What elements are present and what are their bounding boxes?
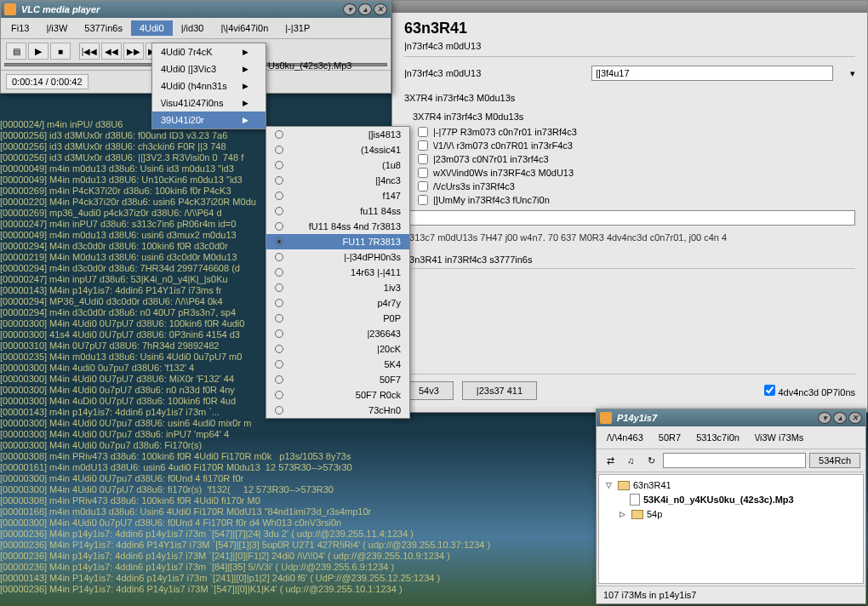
maximize-icon[interactable]: ▴ <box>358 3 372 15</box>
eq-preset-item[interactable]: |-|34dPH0n3s <box>266 249 409 265</box>
menu-i3w[interactable]: |/i3W <box>37 20 76 36</box>
menu-id30[interactable]: |/id30 <box>173 20 213 36</box>
submenu-item[interactable]: \/isu41i247i0ns▶ <box>152 94 266 111</box>
playlist-status: 107 i73Ms in p14y1is7 <box>597 586 865 603</box>
playlist-tree[interactable]: ▽ 63n3R41 53K4i_n0_y4KUs0ku_(42s3c).Mp3 … <box>598 474 864 584</box>
playlist-menu-item[interactable]: 50R7 <box>652 430 688 445</box>
eq-preset-item[interactable]: FU11 7R3813 <box>266 234 409 249</box>
vlc-title: VLC media player <box>21 4 100 14</box>
module-checkbox[interactable]: |23m073 c0N7r01 in73rf4c3 <box>404 152 855 166</box>
module-checkbox[interactable]: wX\/\/ind0Ws in73RF4c3 M0dU13 <box>404 166 855 180</box>
settings-subheading: |n73rf4c3 m0dU13 <box>404 41 855 57</box>
tree-item-general[interactable]: ▽ 63n3R41 <box>602 478 859 492</box>
open-button[interactable]: ▤ <box>6 43 26 60</box>
tree-item-file[interactable]: 53K4i_n0_y4KUs0ku_(42s3c).Mp3 <box>602 492 859 507</box>
eq-preset-item[interactable]: (14ssic41 <box>266 142 409 157</box>
menu-31p[interactable]: |-|31P <box>277 20 318 36</box>
submenu-item[interactable]: 4Udi0 7r4cK▶ <box>152 43 266 60</box>
playlist-menu-item[interactable]: \/i3W i73Ms <box>748 430 810 445</box>
playlist-search-button[interactable]: 534Rch <box>809 453 860 468</box>
file-icon <box>630 494 640 506</box>
track-name-partial: Us0ku_(42s3c).Mp3 <box>268 60 351 71</box>
eq-preset-item[interactable]: 50F7 R0ck <box>266 387 409 403</box>
dropdown-arrow-icon[interactable]: ▾ <box>850 68 855 79</box>
eq-preset-item[interactable]: fu11 84ss <box>266 203 409 219</box>
module-checkbox[interactable]: /\/cUrs3s in73Rf4c3 <box>404 180 855 193</box>
general-settings-label: 63n3R41 in73Rf4c3 s3777in6s <box>404 254 855 269</box>
advanced-options-check[interactable]: 4dv4nc3d 0P7i0ns <box>764 385 855 397</box>
eq-preset-item[interactable]: |20cK <box>266 341 409 357</box>
eq-preset-item[interactable]: |]4nc3 <box>266 173 409 188</box>
menu-4udi0[interactable]: 4Udi0 <box>131 20 173 36</box>
eq-preset-item[interactable]: 50F7 <box>266 372 409 387</box>
vlc-cone-icon <box>600 412 612 424</box>
settings-heading: 63n3R41 <box>404 20 855 37</box>
playlist-menu-item[interactable]: /\/\4n463 <box>600 430 650 445</box>
settings-hint: 5313c7 m0dU13s 7H47 j00 w4n7. 70 637 M0R… <box>404 232 855 243</box>
submenu-item[interactable]: 39U41i20r▶ <box>152 111 266 129</box>
menu-4vi647i0n[interactable]: |\|4vi647i0n <box>212 20 277 36</box>
repeat-icon[interactable]: ♫ <box>622 453 639 468</box>
submenu-item[interactable]: 4Udi0 (h4nn31s▶ <box>152 77 266 94</box>
eq-preset-item[interactable]: P0P <box>266 311 409 326</box>
shuffle-icon[interactable]: ⇄ <box>602 453 619 468</box>
playlist-titlebar[interactable]: P14y1is7 ▾ ▴ ✕ <box>597 409 865 426</box>
module-checkbox[interactable]: |]UmMy in73Rf4c3 fUnc7i0n <box>404 193 855 207</box>
module-checkbox[interactable]: \/1/\/\ r3m073 c0n7R01 in73rF4c3 <box>404 139 855 152</box>
eq-preset-item[interactable]: |236643 <box>266 326 409 341</box>
time-status: 0:00:14 / 0:00:42 <box>6 74 89 89</box>
playlist-menu-item[interactable]: 5313c7i0n <box>689 430 746 445</box>
minimize-icon[interactable]: ▾ <box>818 412 831 424</box>
play-button[interactable]: ▶ <box>28 43 49 60</box>
playlist-search-input[interactable] <box>663 453 806 468</box>
menu-5377in6s[interactable]: 5377in6s <box>76 20 131 36</box>
eq-preset-item[interactable]: fU11 84ss 4nd 7r3813 <box>266 219 409 234</box>
save-button[interactable]: 54v3 <box>404 381 454 400</box>
vlc-menubar: Fi13|/i3W5377in6s4Udi0|/id30|\|4vi647i0n… <box>1 18 391 39</box>
eq-preset-item[interactable]: f147 <box>266 188 409 203</box>
eq-preset-item[interactable]: p4r7y <box>266 295 409 311</box>
playlist-title: P14y1is7 <box>617 413 657 423</box>
reset-all-button[interactable]: |23s37 411 <box>462 381 537 400</box>
interface-module-label: |n73rf4c3 m0dU13 <box>404 68 574 78</box>
close-icon[interactable]: ✕ <box>374 3 387 15</box>
playlist-window: P14y1is7 ▾ ▴ ✕ /\/\4n46350R75313c7i0n\/i… <box>596 409 866 604</box>
caret-right-icon[interactable]: ▷ <box>620 510 628 518</box>
forward-button[interactable]: ▶▶ <box>123 43 144 60</box>
vlc-titlebar[interactable]: VLC media player ▾ ▴ ✕ <box>1 1 391 18</box>
eq-preset-item[interactable]: |]is4813 <box>266 127 409 142</box>
eq-preset-item[interactable]: 1iv3 <box>266 280 409 295</box>
eq-preset-item[interactable]: 14r63 |-|411 <box>266 265 409 280</box>
minimize-icon[interactable]: ▾ <box>343 3 357 15</box>
caret-down-icon[interactable]: ▽ <box>606 481 614 489</box>
maximize-icon[interactable]: ▴ <box>833 412 847 424</box>
audio-submenu: 4Udi0 7r4cK▶4Udi0 |]3Vic3▶4Udi0 (h4nn31s… <box>151 43 266 129</box>
close-icon[interactable]: ✕ <box>848 412 862 424</box>
rewind-button[interactable]: ◀◀ <box>101 43 122 60</box>
module-checkbox[interactable]: |-|77P R3m073 c0n7r01 in73Rf4c3 <box>404 125 855 139</box>
settings-window: 63n3R41 |n73rf4c3 m0dU13 |n73rf4c3 m0dU1… <box>391 0 868 413</box>
folder-icon <box>631 510 643 519</box>
extra-modules-label: 3X7R4 in73rf4c3 M0du13s <box>404 93 855 103</box>
equalizer-submenu: |]is4813(14ssic41(1u8|]4nc3f147fu11 84ss… <box>266 126 410 419</box>
tree-item-sap[interactable]: ▷ 54p <box>602 507 859 521</box>
settings-titlebar[interactable] <box>392 1 867 13</box>
submenu-item[interactable]: 4Udi0 |]3Vic3▶ <box>152 60 266 77</box>
folder-icon <box>618 481 630 490</box>
vlc-cone-icon <box>4 3 16 15</box>
stop-button[interactable]: ■ <box>50 43 71 60</box>
prev-button[interactable]: |◀◀ <box>79 43 100 60</box>
module-select-input[interactable] <box>404 210 855 226</box>
extra-modules-sublabel: 3X7R4 in73rf4c3 M0du13s <box>404 111 855 122</box>
playlist-menubar: /\/\4n46350R75313c7i0n\/i3W i73Ms <box>597 426 865 449</box>
eq-preset-item[interactable]: 5K4 <box>266 357 409 372</box>
eq-preset-item[interactable]: (1u8 <box>266 157 409 173</box>
menu-fi13[interactable]: Fi13 <box>3 20 37 36</box>
interface-module-input[interactable] <box>591 66 833 81</box>
eq-preset-item[interactable]: 73cHn0 <box>266 403 409 418</box>
loop-icon[interactable]: ↻ <box>642 453 660 468</box>
